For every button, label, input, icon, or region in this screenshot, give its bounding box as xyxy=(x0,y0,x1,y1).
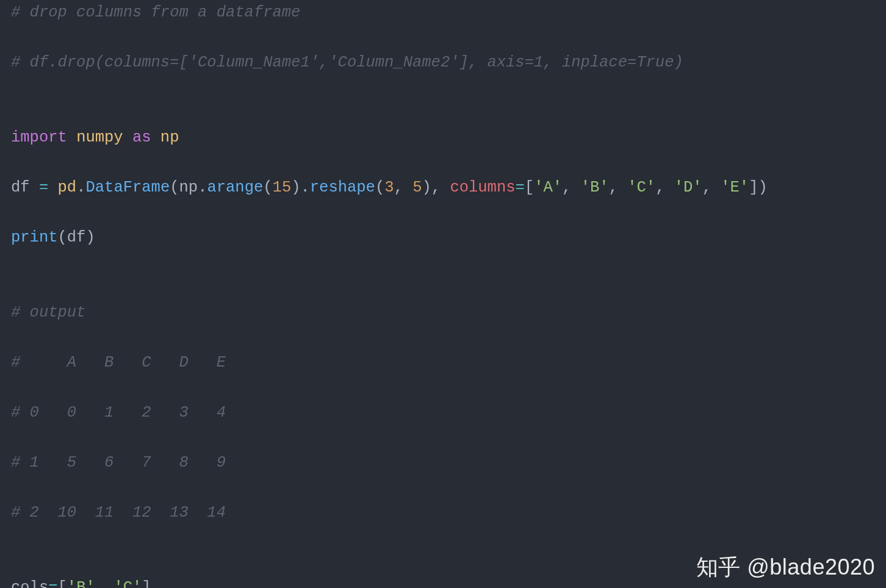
kwarg-columns: columns xyxy=(450,179,515,196)
module-pd: pd xyxy=(48,179,76,196)
alias-np: np xyxy=(151,129,179,146)
string-literal: 'A' xyxy=(534,179,562,196)
bracket-paren: ]) xyxy=(749,179,768,196)
module-numpy: numpy xyxy=(67,129,132,146)
comma: , xyxy=(609,179,628,196)
operator-equals: = xyxy=(516,179,525,196)
paren: ( xyxy=(170,179,179,196)
keyword-import: import xyxy=(11,129,67,146)
string-literal: 'C' xyxy=(627,179,655,196)
paren: ( xyxy=(375,179,384,196)
number-literal: 5 xyxy=(412,179,422,196)
print-arg: (df) xyxy=(58,229,95,246)
var-df: df xyxy=(11,179,39,196)
bracket: [ xyxy=(58,579,67,588)
number-literal: 3 xyxy=(384,179,394,196)
comment-line: # drop columns from a dataframe xyxy=(11,4,300,21)
module-np-ref: np xyxy=(179,179,198,196)
paren-comma: ), xyxy=(422,179,450,196)
fn-arange: arange xyxy=(207,179,263,196)
output-row: # 0 0 1 2 3 4 xyxy=(11,404,226,421)
keyword-as: as xyxy=(132,129,151,146)
paren: ( xyxy=(263,179,272,196)
comma: , xyxy=(95,579,114,588)
output-row: # 2 10 11 12 13 14 xyxy=(11,504,226,522)
string-literal: 'E' xyxy=(721,179,749,196)
operator-equals: = xyxy=(48,579,57,588)
output-header: # A B C D E xyxy=(11,354,226,371)
paren-dot: ). xyxy=(291,179,310,196)
comment-output: # output xyxy=(11,304,85,321)
string-literal: 'B' xyxy=(581,179,609,196)
var-cols: cols xyxy=(11,579,48,588)
output-row: # 1 5 6 7 8 9 xyxy=(11,454,226,471)
dot: . xyxy=(76,179,85,196)
fn-dataframe: DataFrame xyxy=(85,179,170,196)
comma: , xyxy=(655,179,674,196)
dot: . xyxy=(198,179,207,196)
bracket: [ xyxy=(525,179,534,196)
number-literal: 15 xyxy=(273,179,292,196)
string-literal: 'B' xyxy=(67,579,95,588)
string-literal: 'D' xyxy=(674,179,702,196)
code-editor[interactable]: # drop columns from a dataframe # df.dro… xyxy=(0,0,886,588)
bracket: ] xyxy=(142,579,151,588)
comma: , xyxy=(394,179,413,196)
fn-reshape: reshape xyxy=(310,179,375,196)
comma: , xyxy=(562,179,581,196)
string-literal: 'C' xyxy=(113,579,142,588)
operator-equals: = xyxy=(39,179,48,196)
fn-print: print xyxy=(11,229,58,246)
comma: , xyxy=(702,179,721,196)
comment-line: # df.drop(columns=['Column_Name1','Colum… xyxy=(11,54,683,71)
